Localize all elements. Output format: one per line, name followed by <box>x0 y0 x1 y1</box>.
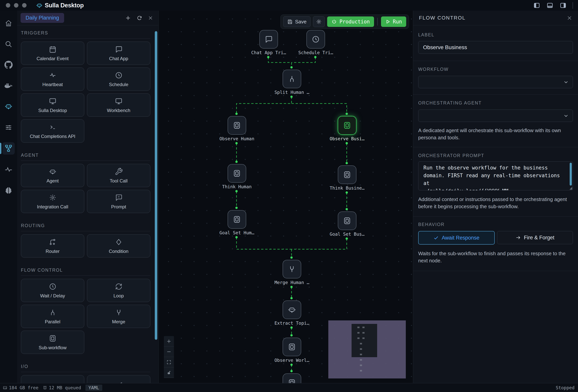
node-observe-world[interactable]: Observe Worl… <box>283 338 301 356</box>
palette-card-send[interactable] <box>87 375 150 383</box>
parallel-split-icon <box>288 75 296 83</box>
palette-card-tool-call[interactable]: Tool Call <box>87 164 150 187</box>
sidebar-item-github[interactable] <box>2 59 15 71</box>
palette-scrollbar[interactable] <box>155 31 157 340</box>
fit-view-button[interactable] <box>164 357 174 367</box>
palette-card-router[interactable]: Router <box>21 234 84 258</box>
palette-card-agent[interactable]: Agent <box>21 164 84 187</box>
sidebar-item-search[interactable] <box>2 38 15 50</box>
app-logo-robot-icon <box>36 2 43 9</box>
palette-card-chat-completions-api[interactable]: Chat Completions API <box>21 119 84 143</box>
workflow-canvas[interactable]: Chat App Tri… Schedule Tri… Split Human … <box>158 11 413 383</box>
run-state-status: Stopped <box>556 385 575 390</box>
node-extract-topics[interactable]: Extract Topi… <box>283 301 301 319</box>
workflow-tab[interactable]: Daily Planning <box>21 13 64 23</box>
workflow-select[interactable] <box>418 76 573 88</box>
save-button[interactable]: Save <box>283 16 310 27</box>
toggle-right-panel-icon[interactable] <box>559 2 567 9</box>
format-badge[interactable]: YAML <box>85 385 102 391</box>
await-response-button[interactable]: Await Response <box>418 231 495 244</box>
production-toggle-button[interactable]: Production <box>327 16 374 27</box>
palette-scroll-area[interactable]: TRIGGERS Calendar Event Chat App Heartbe… <box>17 25 158 383</box>
sidebar-item-memory-brain[interactable] <box>2 184 15 196</box>
node-observe-business-selected[interactable]: Observe Busi… <box>338 116 356 135</box>
refresh-icon[interactable] <box>137 15 142 21</box>
robot-icon <box>288 305 296 314</box>
agent-description: A dedicated agent will orchestrate this … <box>418 127 573 141</box>
sidebar-item-docker[interactable] <box>2 79 15 92</box>
close-window-button[interactable] <box>6 3 10 7</box>
minimize-window-button[interactable] <box>14 3 18 7</box>
palette-card-merge[interactable]: Merge <box>87 305 150 328</box>
palette-card-parallel[interactable]: Parallel <box>21 305 84 328</box>
flow-control-inspector-panel: FLOW CONTROL LABEL Observe Business WORK… <box>413 11 578 383</box>
sidebar-item-workflows[interactable] <box>2 142 15 155</box>
maximize-window-button[interactable] <box>22 3 27 7</box>
label-input[interactable]: Observe Business <box>418 41 573 54</box>
node-merge-human[interactable]: Merge Human … <box>283 260 301 278</box>
workflow-settings-button[interactable] <box>313 16 325 27</box>
canvas-minimap[interactable] <box>328 320 406 378</box>
close-panel-icon[interactable] <box>148 15 153 21</box>
zoom-in-button[interactable] <box>164 336 174 347</box>
titlebar-divider <box>573 2 573 9</box>
node-think-business[interactable]: Think Busine… <box>338 165 356 184</box>
sub-workflow-icon <box>288 378 296 383</box>
palette-section-triggers: TRIGGERS Calendar Event Chat App Heartbe… <box>21 30 150 143</box>
node-split-human[interactable]: Split Human … <box>283 70 301 88</box>
robot-icon <box>48 168 57 176</box>
zoom-out-button[interactable] <box>164 347 174 357</box>
inspector-header: FLOW CONTROL <box>413 11 578 25</box>
lock-canvas-button[interactable] <box>164 367 174 378</box>
node-chat-app-trigger[interactable]: Chat App Tri… <box>259 30 278 48</box>
palette-card-workbench[interactable]: Workbench <box>87 93 150 117</box>
add-workflow-icon[interactable] <box>125 15 131 21</box>
palette-card-wait-delay[interactable]: Wait / Delay <box>21 279 84 302</box>
palette-card-sulla-desktop[interactable]: Sulla Desktop <box>21 93 84 117</box>
node-think-human[interactable]: Think Human <box>228 164 246 183</box>
palette-card-loop[interactable]: Loop <box>87 279 150 302</box>
palette-card-condition[interactable]: Condition <box>87 234 150 258</box>
close-inspector-icon[interactable] <box>567 15 572 21</box>
node-observe-human[interactable]: Observe Human <box>228 116 246 135</box>
textarea-resize-handle[interactable] <box>570 187 572 190</box>
minimap-viewport[interactable] <box>352 324 377 357</box>
palette-card-calendar-event[interactable]: Calendar Event <box>21 41 84 65</box>
workflow-field-label: WORKFLOW <box>418 67 573 72</box>
merge-icon <box>288 265 296 274</box>
sidebar-item-activity[interactable] <box>2 163 15 176</box>
sub-workflow-icon <box>233 169 241 178</box>
chevron-down-icon <box>563 113 569 118</box>
diamond-icon <box>115 238 123 246</box>
router-icon <box>48 238 57 246</box>
label-field-label: LABEL <box>418 32 573 38</box>
node-goal-set-human[interactable]: Goal Set Hum… <box>228 210 246 229</box>
palette-card-prompt[interactable]: Prompt <box>87 190 150 213</box>
sidebar-item-assistant[interactable] <box>2 100 15 113</box>
palette-card-integration-call[interactable]: Integration Call <box>21 190 84 213</box>
palette-card-heartbeat[interactable]: Heartbeat <box>21 68 84 91</box>
palette-card-sub-workflow[interactable]: Sub-workflow <box>21 331 84 354</box>
terminal-icon <box>48 123 57 131</box>
node-goal-set-business[interactable]: Goal Set Bus… <box>338 211 356 230</box>
node-bottom-clipped[interactable] <box>283 373 301 383</box>
fire-and-forget-button[interactable]: Fire & Forget <box>497 231 573 244</box>
palette-card-input[interactable] <box>21 375 84 383</box>
toggle-left-panel-icon[interactable] <box>533 2 540 9</box>
active-rail-indicator <box>0 143 1 154</box>
orchestrating-agent-select[interactable] <box>418 110 573 122</box>
run-button[interactable]: Run <box>381 16 406 27</box>
textarea-scrollbar[interactable] <box>570 163 572 186</box>
node-schedule-trigger[interactable]: Schedule Tri… <box>306 30 325 48</box>
sidebar-item-settings-sliders[interactable] <box>2 121 15 134</box>
palette-card-schedule[interactable]: Schedule <box>87 68 150 91</box>
disk-free-status: 184 GB free <box>3 385 38 390</box>
sidebar-item-home[interactable] <box>2 17 15 29</box>
toolbar-divider <box>377 18 378 26</box>
window-controls <box>6 3 27 7</box>
behavior-section: BEHAVIOR Await Response Fire & Forget Wa… <box>413 217 578 271</box>
chevron-down-icon <box>563 79 569 85</box>
orchestrator-prompt-textarea[interactable]: Run the observe workflow for the busines… <box>418 161 573 190</box>
toggle-bottom-panel-icon[interactable] <box>546 2 554 9</box>
palette-card-chat-app[interactable]: Chat App <box>87 41 150 65</box>
